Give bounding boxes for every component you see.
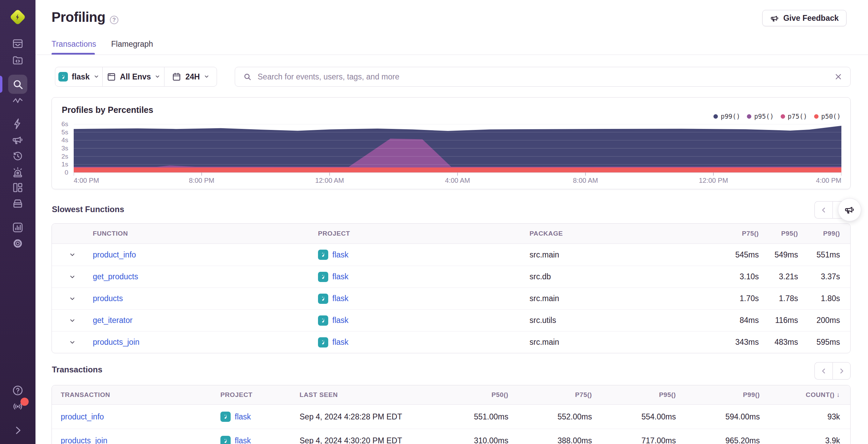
tab-flamegraph[interactable]: Flamegraph (111, 40, 153, 56)
table-row[interactable]: products_joinflasksrc.main343ms483ms595m… (52, 331, 850, 353)
p50-value: 310.00ms (426, 436, 508, 444)
p99-value: 594.00ms (676, 412, 760, 421)
project-link[interactable]: flask (332, 250, 348, 260)
archive-box-icon[interactable] (10, 195, 26, 212)
flask-project-icon (318, 337, 328, 347)
legend-label: p50() (821, 113, 841, 120)
x-axis-tick-label: 8:00 AM (573, 177, 598, 184)
p99-value: 551ms (798, 250, 850, 260)
legend-item[interactable]: p50() (814, 113, 841, 120)
p95-value: 116ms (759, 316, 798, 325)
expand-chevron-icon[interactable] (52, 251, 93, 258)
p95-value: 483ms (759, 338, 798, 347)
expand-chevron-icon[interactable] (52, 317, 93, 324)
p75-value: 545ms (663, 250, 759, 260)
function-link[interactable]: product_info (93, 250, 136, 259)
column-header-p95[interactable]: P95() (759, 230, 798, 237)
table-row[interactable]: get_productsflasksrc.db3.10s3.21s3.37s (52, 266, 850, 287)
column-header-p95[interactable]: P95() (592, 391, 676, 399)
table-row[interactable]: product_infoflasksrc.main545ms549ms551ms (52, 244, 850, 266)
p95-value: 3.21s (759, 272, 798, 281)
floating-feedback-button[interactable] (838, 198, 861, 221)
search-input[interactable] (258, 72, 828, 82)
package-cell: src.main (530, 338, 663, 347)
page-title: Profiling (52, 10, 105, 25)
p99-value: 3.37s (798, 272, 850, 281)
table-row[interactable]: productsflasksrc.main1.70s1.78s1.80s (52, 287, 850, 309)
expand-chevron-icon[interactable] (52, 295, 93, 302)
folder-code-icon[interactable] (10, 52, 26, 69)
bar-chart-icon[interactable] (10, 219, 26, 236)
lightning-icon[interactable] (10, 116, 26, 132)
transactions-title: Transactions (52, 365, 102, 374)
alert-siren-icon[interactable] (10, 164, 26, 180)
legend-item[interactable]: p99() (713, 113, 740, 120)
give-feedback-button[interactable]: Give Feedback (762, 10, 847, 26)
table-header-row: FUNCTION PROJECT PACKAGE P75() P95() P99… (52, 224, 850, 244)
clear-search-icon[interactable] (834, 72, 843, 81)
legend-dot (814, 114, 819, 119)
package-cell: src.main (530, 294, 663, 303)
project-link[interactable]: flask (235, 436, 251, 444)
column-header-function: FUNCTION (93, 230, 318, 237)
table-row[interactable]: products_joinflaskSep 4, 2024 4:30:20 PM… (52, 429, 850, 444)
transaction-link[interactable]: product_info (61, 412, 104, 421)
search-icon (243, 72, 252, 82)
project-link[interactable]: flask (332, 294, 348, 303)
profiles-chart-panel: Profiles by Percentiles p99()p95()p75()p… (52, 97, 851, 189)
transaction-link[interactable]: products_join (61, 436, 107, 444)
expand-chevron-icon[interactable] (52, 273, 93, 280)
activity-zigzag-icon[interactable] (10, 92, 26, 108)
x-axis-tick-label: 4:00 AM (445, 177, 470, 184)
column-header-p50[interactable]: P50() (426, 391, 508, 399)
column-header-count[interactable]: COUNT() ↓ (760, 391, 850, 399)
prev-page-button[interactable] (814, 362, 833, 380)
gear-icon[interactable] (10, 235, 26, 252)
search-icon[interactable] (10, 76, 26, 92)
megaphone-icon[interactable] (10, 132, 26, 148)
project-link[interactable]: flask (235, 412, 251, 421)
sentry-logo[interactable] (10, 9, 26, 25)
legend-item[interactable]: p95() (747, 113, 773, 120)
chart-title: Profiles by Percentiles (62, 105, 153, 115)
project-link[interactable]: flask (332, 316, 348, 325)
function-link[interactable]: products_join (93, 338, 140, 346)
date-range-filter[interactable]: 24H (164, 67, 217, 86)
help-icon[interactable] (10, 382, 26, 399)
function-link[interactable]: get_iterator (93, 316, 132, 325)
p95-value: 549ms (759, 250, 798, 260)
p75-value: 388.00ms (508, 436, 592, 444)
transactions-table: TRANSACTION PROJECT LAST SEEN P50() P75(… (52, 385, 851, 444)
project-link[interactable]: flask (332, 338, 348, 347)
environment-filter[interactable]: All Envs (102, 67, 164, 86)
expand-chevron-icon[interactable] (10, 422, 26, 439)
column-header-p75[interactable]: P75() (663, 230, 759, 237)
table-row[interactable]: get_iteratorflasksrc.utils84ms116ms200ms (52, 309, 850, 331)
active-item-indicator (0, 76, 2, 93)
table-row[interactable]: product_infoflaskSep 4, 2024 4:28:28 PM … (52, 405, 850, 429)
expand-chevron-icon[interactable] (52, 339, 93, 346)
p75-value: 552.00ms (508, 412, 592, 421)
column-header-p99[interactable]: P99() (798, 230, 850, 237)
function-link[interactable]: products (93, 294, 123, 303)
column-header-p99[interactable]: P99() (676, 391, 760, 399)
column-header-project: PROJECT (318, 230, 530, 237)
percentiles-area-chart[interactable] (74, 124, 841, 177)
notification-badge (20, 398, 29, 406)
prev-page-button[interactable] (814, 201, 833, 219)
function-link[interactable]: get_products (93, 272, 138, 281)
clock-history-icon[interactable] (10, 148, 26, 164)
inbox-issues-icon[interactable] (10, 35, 26, 52)
legend-item[interactable]: p75() (781, 113, 807, 120)
p99-value: 200ms (798, 316, 850, 325)
project-link[interactable]: flask (332, 272, 348, 281)
project-filter[interactable]: flask (55, 67, 102, 86)
sort-descending-arrow: ↓ (837, 391, 840, 398)
broadcast-icon[interactable] (10, 398, 26, 415)
flask-project-icon (58, 72, 68, 82)
layout-grid-icon[interactable] (10, 179, 26, 196)
next-page-button[interactable] (833, 362, 851, 380)
column-header-p75[interactable]: P75() (508, 391, 592, 399)
help-question-icon[interactable]: ? (110, 16, 118, 24)
window-icon (106, 72, 116, 82)
